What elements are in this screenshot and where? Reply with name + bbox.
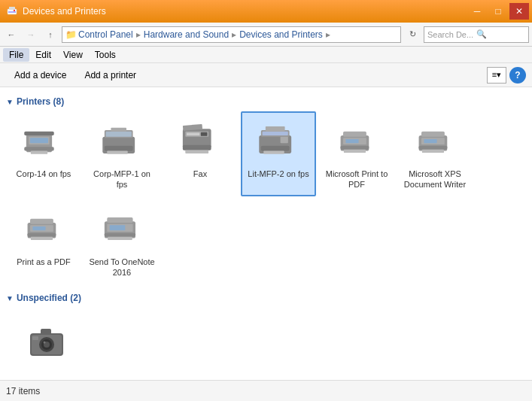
content-pane[interactable]: ▼ Printers (8) Corp-14 on fps xyxy=(0,87,532,401)
printer-item-fax[interactable]: Fax xyxy=(163,111,238,196)
unspecified-item-1[interactable] xyxy=(9,311,84,371)
window-controls: ─ □ ✕ xyxy=(467,3,529,20)
folder-icon: 📁 xyxy=(65,29,77,40)
address-bar: ← → ↑ 📁 Control Panel ▸ Hardware and Sou… xyxy=(0,23,532,47)
printer-item-corpmfp1[interactable]: Corp-MFP-1 on fps xyxy=(84,111,160,196)
breadcrumb-item-3: Devices and Printers xyxy=(239,29,323,40)
svg-rect-6 xyxy=(30,138,48,143)
svg-rect-29 xyxy=(281,136,288,143)
svg-rect-53 xyxy=(107,217,132,223)
svg-point-3 xyxy=(14,10,15,11)
printer-icon-corp14 xyxy=(20,117,68,166)
view-toggle-button[interactable]: ≡▾ xyxy=(487,67,506,84)
menu-edit[interactable]: Edit xyxy=(29,48,57,62)
svg-rect-13 xyxy=(105,145,133,150)
svg-rect-7 xyxy=(24,147,53,150)
svg-rect-25 xyxy=(263,131,288,135)
svg-rect-41 xyxy=(421,131,445,136)
unspecified-device-icon xyxy=(23,317,71,365)
printer-item-printpdf[interactable]: Print as a PDF xyxy=(6,199,81,284)
svg-rect-28 xyxy=(266,126,285,131)
svg-rect-20 xyxy=(183,144,211,150)
collapse-unspecified-icon: ▼ xyxy=(6,294,14,302)
forward-button[interactable]: → xyxy=(23,26,39,43)
svg-rect-19 xyxy=(201,132,208,135)
item-count: 17 items xyxy=(6,386,40,396)
help-button[interactable]: ? xyxy=(509,67,526,84)
menu-file[interactable]: File xyxy=(3,48,29,62)
search-placeholder: Search De... xyxy=(427,30,473,39)
svg-rect-46 xyxy=(31,237,53,240)
collapse-printers-icon: ▼ xyxy=(6,98,14,106)
svg-rect-14 xyxy=(107,150,127,153)
svg-rect-8 xyxy=(31,150,47,153)
back-button[interactable]: ← xyxy=(3,26,20,43)
printer-label-corp14: Corp-14 on fps xyxy=(17,169,71,179)
svg-rect-15 xyxy=(111,127,126,131)
menu-bar: File Edit View Tools xyxy=(0,47,532,63)
unspecified-section-label: Unspecified (2) xyxy=(17,293,81,303)
add-device-button[interactable]: Add a device xyxy=(6,65,74,85)
printer-icon-printpdf xyxy=(20,205,68,254)
svg-rect-18 xyxy=(187,132,199,135)
search-box[interactable]: Search De... 🔍 xyxy=(424,26,529,43)
printer-icon-litmfp2 xyxy=(254,117,302,166)
svg-rect-45 xyxy=(28,233,56,237)
menu-tools[interactable]: Tools xyxy=(89,48,122,62)
printer-label-fax: Fax xyxy=(193,169,207,179)
window-title: Devices and Printers xyxy=(23,6,106,17)
printers-section-label: Printers (8) xyxy=(17,96,64,107)
minimize-button[interactable]: ─ xyxy=(467,3,487,20)
printer-label-msprint: Microsoft Print to PDF xyxy=(324,169,390,190)
printer-item-xps[interactable]: Microsoft XPS Document Writer xyxy=(397,111,473,196)
printer-label-xps: Microsoft XPS Document Writer xyxy=(402,169,468,190)
svg-rect-26 xyxy=(261,145,290,150)
printers-grid: Corp-14 on fps Corp-MFP-1 on fps xyxy=(6,111,526,290)
status-bar: 17 items xyxy=(0,380,532,401)
svg-rect-2 xyxy=(8,11,16,13)
printer-label-litmfp2: Lit-MFP-2 on fps xyxy=(248,169,309,179)
svg-rect-27 xyxy=(263,150,284,153)
breadcrumb-item-2: Hardware and Sound xyxy=(144,29,229,40)
printer-label-printpdf: Print as a PDF xyxy=(17,257,71,267)
printer-icon-onenote xyxy=(98,205,146,254)
add-printer-button[interactable]: Add a printer xyxy=(76,65,144,85)
svg-rect-1 xyxy=(9,7,15,10)
refresh-button[interactable]: ↻ xyxy=(404,26,421,43)
svg-rect-50 xyxy=(110,225,126,230)
printer-icon-xps xyxy=(411,117,459,166)
printer-item-onenote[interactable]: Send To OneNote 2016 xyxy=(84,199,160,284)
search-icon: 🔍 xyxy=(476,29,487,39)
svg-rect-52 xyxy=(108,237,132,240)
svg-rect-61 xyxy=(32,336,38,340)
breadcrumb[interactable]: 📁 Control Panel ▸ Hardware and Sound ▸ D… xyxy=(62,26,401,43)
printer-item-corp14[interactable]: Corp-14 on fps xyxy=(6,111,81,196)
up-button[interactable]: ↑ xyxy=(42,26,59,43)
svg-rect-40 xyxy=(422,149,444,152)
printer-label-onenote: Send To OneNote 2016 xyxy=(89,257,155,278)
svg-point-59 xyxy=(44,342,46,344)
unspecified-section-header[interactable]: ▼ Unspecified (2) xyxy=(6,290,526,308)
svg-rect-38 xyxy=(424,139,436,143)
svg-rect-60 xyxy=(41,329,51,335)
printer-icon-fax xyxy=(176,117,224,166)
maximize-button[interactable]: □ xyxy=(488,3,508,20)
svg-rect-39 xyxy=(419,145,448,149)
close-button[interactable]: ✕ xyxy=(509,3,529,20)
menu-view[interactable]: View xyxy=(57,48,89,62)
svg-rect-34 xyxy=(344,149,366,152)
printer-icon-msprint xyxy=(333,117,381,166)
toolbar: Add a device Add a printer ≡▾ ? xyxy=(0,63,532,87)
breadcrumb-item-1: Control Panel xyxy=(78,29,133,40)
printer-item-msprint[interactable]: Microsoft Print to PDF xyxy=(319,111,394,196)
printers-section-header[interactable]: ▼ Printers (8) xyxy=(6,93,526,111)
svg-rect-44 xyxy=(32,226,45,230)
svg-rect-35 xyxy=(343,131,366,136)
svg-rect-32 xyxy=(345,139,358,143)
svg-rect-21 xyxy=(185,150,208,153)
svg-rect-12 xyxy=(106,131,132,136)
printer-item-litmfp2[interactable]: Lit-MFP-2 on fps xyxy=(241,111,316,196)
title-bar: Devices and Printers ─ □ ✕ xyxy=(0,0,532,23)
printer-label-corpmfp1: Corp-MFP-1 on fps xyxy=(89,169,155,190)
unspecified-grid xyxy=(6,308,526,377)
